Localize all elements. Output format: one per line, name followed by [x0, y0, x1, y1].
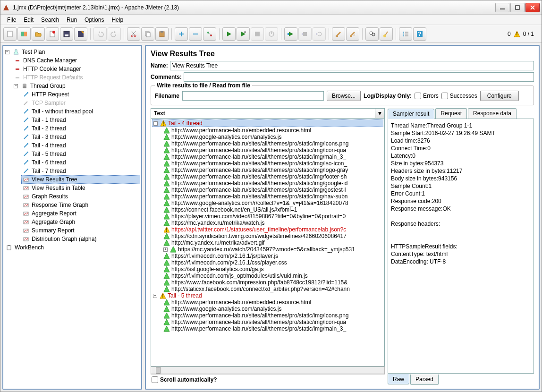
- tree-listener[interactable]: View Results in Table: [21, 184, 140, 192]
- tree-tail[interactable]: Tail - 5 thread: [21, 150, 140, 158]
- result-item[interactable]: http://www.performance-lab.ru/sites/all/…: [162, 147, 383, 153]
- tree-listener[interactable]: Aggregate Report: [21, 209, 140, 218]
- successes-checkbox[interactable]: Successes: [441, 93, 477, 99]
- tree-tail[interactable]: Tail - 7 thread: [21, 167, 140, 175]
- scroll-auto-checkbox[interactable]: Scroll automatically?: [152, 376, 217, 383]
- result-item[interactable]: https://ssl.google-analytics.com/ga.js: [162, 266, 383, 273]
- tree-listener[interactable]: Distribution Graph (alpha): [21, 235, 140, 243]
- tree-listener[interactable]: View Results Tree: [21, 175, 140, 184]
- tree-tail[interactable]: Tail - without thread pool: [21, 107, 140, 116]
- menu-edit[interactable]: Edit: [20, 15, 37, 25]
- name-input[interactable]: [170, 61, 534, 70]
- tab-parsed[interactable]: Parsed: [410, 375, 439, 385]
- help-button[interactable]: ?: [413, 27, 426, 41]
- tree-tcp[interactable]: TCP Sampler: [21, 99, 140, 107]
- chevron-down-icon[interactable]: ▼: [375, 109, 384, 118]
- start-button[interactable]: [222, 27, 236, 41]
- result-item-error[interactable]: !https://api.twitter.com/1/statuses/user…: [162, 226, 383, 233]
- tree-panel[interactable]: −Test Plan DNS Cache Manager HTTP Cookie…: [2, 45, 142, 390]
- tab-request[interactable]: Request: [435, 108, 467, 119]
- result-item[interactable]: http://www.performance-lab.ru/sites/all/…: [162, 187, 383, 193]
- result-item[interactable]: http://www.performance-lab.ru/sites/all/…: [162, 173, 383, 180]
- save-as-button[interactable]: [74, 27, 87, 41]
- result-item[interactable]: http://www.performance-lab.ru/sites/all/…: [162, 325, 383, 332]
- save-button[interactable]: [60, 27, 73, 41]
- close-button[interactable]: [525, 3, 540, 12]
- function-helper-button[interactable]: [399, 27, 412, 41]
- maximize-button[interactable]: [510, 3, 525, 12]
- result-item[interactable]: http://www.performance-lab.ru/sites/all/…: [162, 312, 383, 319]
- copy-button[interactable]: [141, 27, 154, 41]
- tree-tail[interactable]: Tail - 3 thread: [21, 133, 140, 141]
- result-item[interactable]: https://f.vimeocdn.com/p/2.16.1/css/play…: [162, 259, 383, 266]
- collapse-button[interactable]: [189, 27, 202, 41]
- configure-button[interactable]: Configure: [480, 91, 519, 101]
- errors-checkbox[interactable]: Errors: [415, 93, 439, 99]
- toggle-icon[interactable]: +: [163, 247, 168, 252]
- menu-search[interactable]: Search: [37, 15, 63, 25]
- remote-start-button[interactable]: [284, 27, 297, 41]
- result-item[interactable]: http://mc.yandex.ru/metrika/advert.gif: [162, 239, 383, 246]
- tab-sampler-result[interactable]: Sampler result: [388, 109, 434, 119]
- result-item[interactable]: http://www.google-analytics.com/analytic…: [162, 306, 383, 312]
- browse-button[interactable]: Browse...: [327, 91, 361, 101]
- result-item[interactable]: http://www.performance-lab.ru/sites/all/…: [162, 167, 383, 173]
- tree-tail[interactable]: Tail - 6 thread: [21, 158, 140, 167]
- result-item[interactable]: http://www.performance-lab.ru/sites/all/…: [162, 140, 383, 147]
- cut-button[interactable]: [127, 27, 140, 41]
- result-item[interactable]: http://www.google-analytics.com/r/collec…: [162, 200, 383, 206]
- tree-cookie[interactable]: HTTP Cookie Manager: [13, 65, 140, 73]
- tree-httprequest[interactable]: HTTP Request: [21, 90, 140, 99]
- open-button[interactable]: [32, 27, 45, 41]
- result-item[interactable]: http://www.performance-lab.ru/embedded.r…: [162, 299, 383, 306]
- search-button[interactable]: [365, 27, 379, 41]
- toggle-icon[interactable]: −: [14, 84, 18, 88]
- results-tree[interactable]: −!Tail - 4 threadhttp://www.performance-…: [151, 119, 385, 366]
- tree-root[interactable]: −Test Plan: [4, 48, 140, 56]
- toggle-button[interactable]: [203, 27, 216, 41]
- result-item[interactable]: http://www.performance-lab.ru/sites/all/…: [162, 153, 383, 160]
- result-item[interactable]: +https://mc.yandex.ru/watch/20434597?wmo…: [162, 246, 383, 253]
- filename-input[interactable]: [182, 91, 324, 101]
- result-item[interactable]: https://www.facebook.com/impression.php/…: [162, 279, 383, 286]
- redo-button[interactable]: [108, 27, 121, 41]
- result-item[interactable]: https://player.vimeo.com/video/81598867?…: [162, 213, 383, 220]
- tree-workbench[interactable]: WorkBench: [4, 243, 140, 252]
- result-item[interactable]: https://connect.facebook.net/en_US/all.j…: [162, 206, 383, 213]
- menu-run[interactable]: Run: [63, 15, 81, 25]
- start-no-timers-button[interactable]: [237, 27, 250, 41]
- clear-all-button[interactable]: [346, 27, 359, 41]
- result-item[interactable]: http://staticxx.facebook.com/connect/xd_…: [162, 286, 383, 292]
- tree-dns[interactable]: DNS Cache Manager: [13, 56, 140, 65]
- result-item[interactable]: http://www.performance-lab.ru/sites/all/…: [162, 160, 383, 167]
- result-item[interactable]: https://f.vimeocdn.com/js_opt/modules/ut…: [162, 273, 383, 279]
- toggle-icon[interactable]: −: [153, 121, 158, 126]
- horizontal-scrollbar[interactable]: [151, 366, 385, 374]
- tab-response-data[interactable]: Response data: [468, 108, 517, 119]
- paste-button[interactable]: [155, 27, 169, 41]
- tree-tail[interactable]: Tail - 4 thread: [21, 141, 140, 150]
- templates-button[interactable]: [17, 27, 31, 41]
- undo-button[interactable]: [93, 27, 107, 41]
- result-item[interactable]: https://cdn.syndication.twimg.com/widget…: [162, 233, 383, 239]
- result-item[interactable]: http://www.performance-lab.ru/sites/all/…: [162, 319, 383, 325]
- result-item[interactable]: http://www.google-analytics.com/analytic…: [162, 134, 383, 140]
- toggle-icon[interactable]: −: [153, 294, 157, 298]
- tab-raw[interactable]: Raw: [388, 374, 409, 384]
- result-item[interactable]: https://f.vimeocdn.com/p/2.16.1/js/playe…: [162, 253, 383, 259]
- reset-search-button[interactable]: [380, 27, 393, 41]
- tree-tail[interactable]: Tail - 2 thread: [21, 124, 140, 133]
- new-button[interactable]: [3, 27, 17, 41]
- tree-listener[interactable]: Response Time Graph: [21, 201, 140, 209]
- tree-threadgroup[interactable]: −Thread Group: [13, 82, 140, 90]
- sampler-result-body[interactable]: Thread Name:Thread Group 1-1 Sample Star…: [388, 119, 534, 374]
- clear-button[interactable]: [332, 27, 345, 41]
- tree-listener[interactable]: Summary Report: [21, 226, 140, 235]
- close-file-button[interactable]: [46, 27, 59, 41]
- result-item[interactable]: http://www.performance-lab.ru/embedded.r…: [162, 127, 383, 134]
- remote-stop-button[interactable]: [298, 27, 312, 41]
- remote-shutdown-button[interactable]: [313, 27, 326, 41]
- menu-file[interactable]: File: [3, 15, 20, 25]
- result-group[interactable]: −!Tail - 5 thread: [152, 292, 383, 299]
- minimize-button[interactable]: [495, 3, 509, 12]
